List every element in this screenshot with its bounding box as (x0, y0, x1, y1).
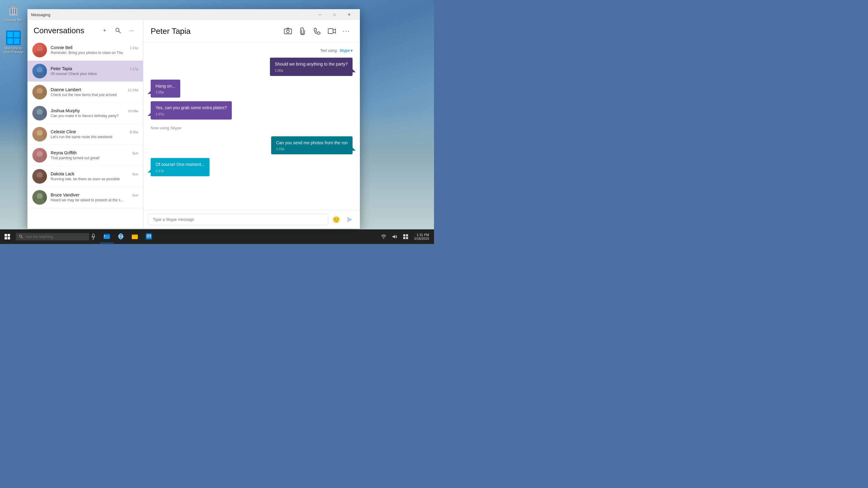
svg-point-24 (35, 156, 44, 162)
taskbar-apps (100, 230, 156, 243)
conversation-item[interactable]: Peter Tapia 1:17p Of course! Check your … (27, 61, 143, 82)
taskbar-app-ie[interactable] (114, 230, 127, 243)
message-preview: Heard we may be asked to present at the … (51, 198, 138, 202)
chat-input[interactable] (148, 214, 328, 225)
svg-point-26 (35, 178, 44, 184)
svg-rect-35 (92, 234, 94, 237)
message-timestamp: 1:17p (156, 169, 205, 173)
message-timestamp: 1:05p (156, 90, 175, 94)
contact-name: Celeste Cline (51, 129, 76, 134)
conversations-header: Conversations + ··· (27, 20, 143, 40)
welcome-label: Welcome to Tech Preview (1, 47, 26, 54)
window-title: Messaging (31, 12, 313, 17)
send-button[interactable] (344, 214, 355, 225)
camera-button[interactable] (282, 25, 294, 37)
skype-link[interactable]: Skype ▾ (339, 49, 352, 53)
system-clock[interactable]: 1:31 PM 2/16/2015 (412, 233, 432, 240)
svg-point-17 (37, 88, 43, 94)
conversation-info: Dakota Lack Sun Running late, be there a… (51, 172, 138, 181)
welcome-image (6, 30, 21, 45)
message-time: 1:21p (130, 46, 138, 50)
svg-point-19 (37, 109, 43, 115)
conversation-info: Bruce Vandiver Sun Heard we may be asked… (51, 192, 138, 202)
message-row: Of course! One moment... 1:17p (151, 158, 352, 176)
recycle-bin-icon[interactable]: Recycle Bin (1, 2, 26, 22)
svg-point-21 (37, 130, 43, 136)
contact-name: Dianne Lambert (51, 87, 81, 92)
avatar (32, 64, 47, 79)
svg-line-12 (119, 31, 121, 33)
svg-point-16 (35, 72, 44, 79)
more-conversations-button[interactable]: ··· (126, 25, 137, 36)
message-text: Should we bring anything to the party? (275, 61, 348, 67)
message-bubble: Should we bring anything to the party? 1… (270, 58, 352, 76)
conversation-info: Peter Tapia 1:17p Of course! Check your … (51, 66, 138, 76)
taskbar-app-explorer[interactable] (100, 230, 114, 243)
start-button[interactable] (0, 230, 14, 244)
svg-rect-10 (14, 38, 20, 44)
video-button[interactable] (326, 25, 338, 37)
conversations-panel: Conversations + ··· (27, 20, 143, 229)
chat-more-button[interactable]: ··· (340, 25, 352, 37)
microphone-button[interactable] (89, 233, 98, 241)
message-text: Hang on... (156, 83, 175, 89)
svg-point-15 (37, 67, 43, 73)
message-preview: Of course! Check your inbox (51, 72, 138, 76)
message-preview: Let's run the same route this weekend (51, 135, 138, 139)
message-preview: That painting turned out great! (51, 156, 138, 160)
conv-action-buttons: + ··· (99, 25, 137, 36)
window-controls: ─ □ ✕ (313, 10, 356, 19)
recycle-bin-label: Recycle Bin (5, 18, 22, 22)
message-time: 8:30a (130, 130, 138, 134)
tray-network-icon[interactable] (379, 231, 389, 242)
taskbar: 1:31 PM 2/16/2015 (0, 230, 434, 244)
chat-action-buttons: ··· (282, 25, 352, 37)
tray-notifications-icon[interactable] (401, 231, 410, 242)
attach-button[interactable] (297, 25, 309, 37)
message-time: Sun (132, 193, 138, 197)
conversation-item[interactable]: Joshua Murphy 10:08a Can you make it to … (27, 103, 143, 124)
emoji-button[interactable]: 🙂 (331, 214, 342, 225)
message-bubble: Of course! One moment... 1:17p (151, 158, 210, 176)
conversation-info: Dianne Lambert 11:24a Check out the new … (51, 87, 138, 97)
taskbar-search[interactable] (16, 233, 89, 240)
chat-input-area: 🙂 (143, 210, 360, 229)
conversation-item[interactable]: Dianne Lambert 11:24a Check out the new … (27, 82, 143, 103)
tray-volume-icon[interactable] (390, 231, 400, 242)
new-conversation-button[interactable]: + (99, 25, 110, 36)
conversation-item[interactable]: Dakota Lack Sun Running late, be there a… (27, 166, 143, 187)
message-text: Of course! One moment... (156, 162, 205, 168)
app-content: Conversations + ··· (27, 20, 360, 229)
conversation-item[interactable]: Connie Bell 1:21p Reminder: Bring your p… (27, 40, 143, 61)
taskbar-app-store[interactable] (142, 230, 156, 243)
search-conversations-button[interactable] (113, 25, 124, 36)
conversation-item[interactable]: Reyna Griffith Sun That painting turned … (27, 145, 143, 166)
avatar (32, 127, 47, 142)
contact-name: Bruce Vandiver (51, 192, 80, 197)
message-timestamp: 1:00p (275, 69, 348, 72)
message-bubble: Can you send me photos from the run 1:15… (271, 136, 352, 155)
taskbar-app-files[interactable] (128, 230, 142, 243)
svg-point-13 (37, 46, 43, 52)
avatar (32, 169, 47, 184)
conversation-item[interactable]: Celeste Cline 8:30a Let's run the same r… (27, 124, 143, 145)
minimize-button[interactable]: ─ (313, 10, 327, 19)
welcome-icon[interactable]: Welcome to Tech Preview (1, 30, 26, 54)
message-bubble: Yes, can you grab some extra plates? 1:0… (151, 101, 232, 120)
maximize-button[interactable]: □ (328, 10, 342, 19)
svg-rect-2 (11, 5, 15, 6)
avatar (32, 85, 47, 99)
svg-rect-8 (14, 32, 20, 37)
title-bar: Messaging ─ □ ✕ (27, 9, 360, 20)
svg-rect-48 (403, 234, 405, 236)
message-time: 11:24a (128, 88, 138, 92)
message-row: Can you send me photos from the run 1:15… (151, 136, 352, 155)
message-time: Sun (132, 172, 138, 176)
avatar (32, 190, 47, 205)
conversation-item[interactable]: Bruce Vandiver Sun Heard we may be asked… (27, 187, 143, 208)
close-button[interactable]: ✕ (342, 10, 356, 19)
svg-rect-49 (406, 234, 408, 236)
phone-button[interactable] (311, 25, 323, 37)
system-tray: 1:31 PM 2/16/2015 (379, 231, 434, 242)
search-input[interactable] (26, 235, 86, 239)
